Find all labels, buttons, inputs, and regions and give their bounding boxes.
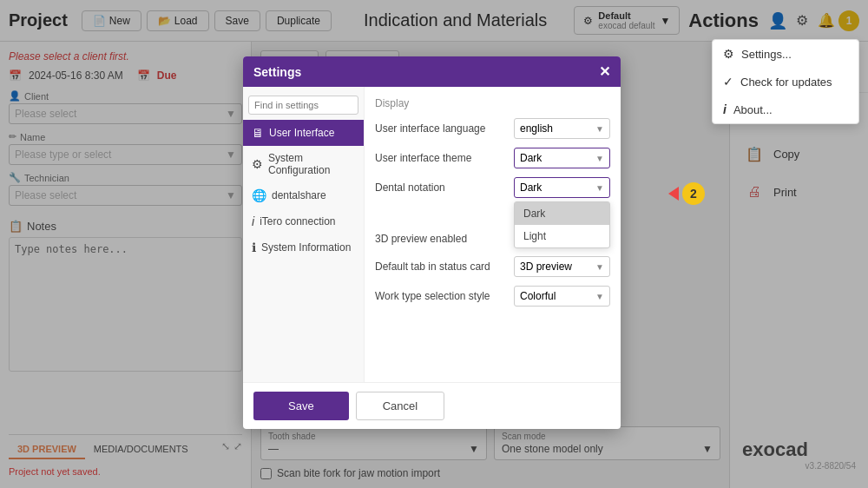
nav-user-interface[interactable]: 🖥 User Interface bbox=[243, 120, 364, 146]
modal-content: Display User interface language english … bbox=[365, 87, 621, 382]
modal-body: 🖥 User Interface ⚙ System Configuration … bbox=[243, 87, 621, 382]
language-row: User interface language english ▼ bbox=[375, 118, 610, 139]
settings-modal: Settings ✕ 🖥 User Interface ⚙ System Con… bbox=[243, 56, 621, 429]
modal-close-button[interactable]: ✕ bbox=[599, 63, 610, 80]
preview-enabled-label: 3D preview enabled bbox=[375, 233, 514, 245]
work-type-label: Work type selection style bbox=[375, 290, 514, 302]
theme-label: User interface theme bbox=[375, 152, 514, 164]
language-value: english bbox=[520, 122, 553, 135]
display-section-title: Display bbox=[375, 97, 610, 109]
nav-system-config[interactable]: ⚙ System Configuration bbox=[243, 146, 364, 182]
nav-itero[interactable]: i iTero connection bbox=[243, 208, 364, 234]
modal-footer: Save Cancel bbox=[243, 382, 621, 429]
badge-2: 2 bbox=[682, 182, 705, 205]
work-type-row: Work type selection style Colorful ▼ bbox=[375, 286, 610, 307]
ui-icon: 🖥 bbox=[252, 126, 264, 140]
nav-dentalshare[interactable]: 🌐 dentalshare bbox=[243, 182, 364, 208]
dental-notation-label: Dental notation bbox=[375, 181, 514, 194]
theme-row: User interface theme Dark ▼ bbox=[375, 148, 610, 168]
work-type-value: Colorful bbox=[520, 290, 556, 302]
system-config-icon: ⚙ bbox=[252, 157, 263, 171]
settings-menu-icon: ⚙ bbox=[723, 47, 734, 61]
modal-sidebar: 🖥 User Interface ⚙ System Configuration … bbox=[243, 87, 365, 382]
settings-search-input[interactable] bbox=[248, 96, 358, 115]
work-type-arrow: ▼ bbox=[595, 292, 604, 301]
default-tab-arrow: ▼ bbox=[595, 262, 604, 272]
default-tab-label: Default tab in status card bbox=[375, 260, 514, 273]
actions-about-item[interactable]: i About... bbox=[713, 96, 858, 123]
actions-check-updates-item[interactable]: ✓ Check for updates bbox=[713, 68, 858, 96]
language-arrow: ▼ bbox=[595, 124, 604, 134]
language-label: User interface language bbox=[375, 122, 514, 135]
system-info-icon: ℹ bbox=[252, 241, 256, 254]
dental-notation-value: Dark bbox=[520, 181, 542, 194]
dental-notation-wrapper: Dark ▼ Dark Light bbox=[514, 177, 610, 198]
dental-notation-dropdown: Dark Light bbox=[514, 201, 610, 248]
itero-nav-icon: i bbox=[252, 214, 254, 228]
modal-header: Settings ✕ bbox=[243, 56, 621, 87]
annotation-2: 2 bbox=[668, 182, 705, 205]
work-type-select[interactable]: Colorful ▼ bbox=[514, 286, 610, 307]
nav-system-info[interactable]: ℹ System Information bbox=[243, 234, 364, 260]
modal-cancel-button[interactable]: Cancel bbox=[356, 392, 444, 420]
actions-settings-item[interactable]: ⚙ Settings... bbox=[713, 40, 858, 68]
about-icon: i bbox=[723, 102, 727, 116]
dentalshare-nav-icon: 🌐 bbox=[252, 188, 266, 202]
dental-notation-arrow: ▼ bbox=[595, 183, 604, 193]
dental-notation-row: Dental notation Dark ▼ Dark Light bbox=[375, 177, 610, 198]
dropdown-option-light[interactable]: Light bbox=[515, 225, 609, 247]
default-tab-row: Default tab in status card 3D preview ▼ bbox=[375, 256, 610, 277]
language-select[interactable]: english ▼ bbox=[514, 118, 610, 139]
modal-title: Settings bbox=[253, 65, 301, 79]
check-updates-icon: ✓ bbox=[723, 75, 733, 89]
modal-save-button[interactable]: Save bbox=[253, 392, 349, 420]
theme-select[interactable]: Dark ▼ bbox=[514, 148, 610, 168]
theme-arrow: ▼ bbox=[595, 154, 604, 163]
dental-notation-select[interactable]: Dark ▼ bbox=[514, 177, 610, 198]
dropdown-option-dark[interactable]: Dark bbox=[515, 202, 609, 225]
arrow-icon bbox=[668, 187, 679, 201]
default-tab-value: 3D preview bbox=[520, 260, 572, 273]
actions-dropdown: ⚙ Settings... ✓ Check for updates i Abou… bbox=[712, 39, 859, 124]
theme-value: Dark bbox=[520, 152, 542, 164]
default-tab-select[interactable]: 3D preview ▼ bbox=[514, 256, 610, 277]
